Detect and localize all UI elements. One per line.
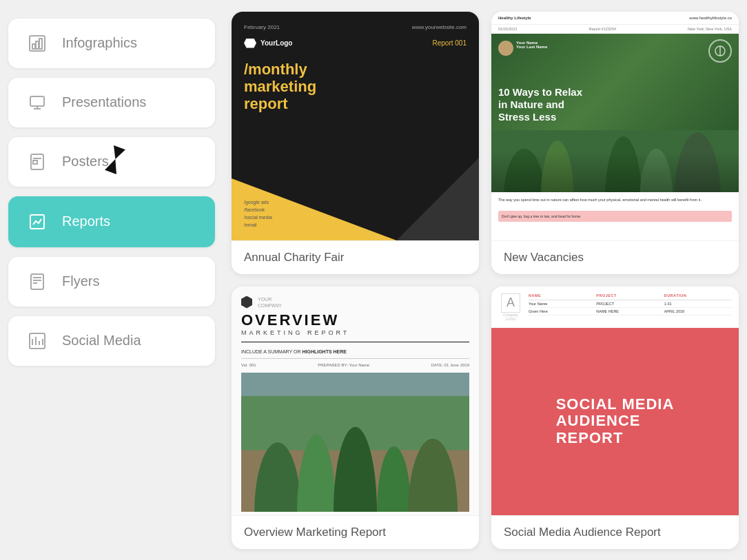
card-overview-marketing[interactable]: YOURCOMPANY OVERVIEW MARKETING REPORT IN…: [232, 287, 479, 549]
card4-table-header: NAME PROJECT DURATION: [529, 293, 732, 300]
card1-inner: February 2021 www.yourwebsite.com YourLo…: [232, 12, 479, 240]
card2-circle-logo: [708, 39, 732, 63]
svg-point-23: [575, 145, 605, 192]
card4-top: A Company LOGO NAME PROJECT DURATION: [491, 287, 739, 328]
card2-preview: Healthy Lifestyle www.healthylifestyle.c…: [491, 12, 739, 240]
card4-inner: A Company LOGO NAME PROJECT DURATION: [491, 287, 739, 515]
main-grid: February 2021 www.yourwebsite.com YourLo…: [232, 12, 739, 549]
card1-channel-list: /google ads /facebook /social media /ema…: [244, 198, 272, 229]
sidebar-item-reports[interactable]: Reports: [8, 196, 215, 247]
card2-green-hero: Your Name Your Last Name 10 Ways to Rela…: [491, 34, 739, 130]
svg-rect-1: [32, 44, 35, 49]
card1-preview: February 2021 www.yourwebsite.com YourLo…: [232, 12, 479, 240]
table-row: Given Here NAME HERE APRIL 2018: [529, 308, 732, 315]
card2-avatar: [498, 41, 513, 56]
flyers-icon: [25, 269, 50, 294]
sidebar: Infographics Presentations P: [8, 12, 215, 549]
card4-pink-section: SOCIAL MEDIA AUDIENCE REPORT: [491, 328, 739, 515]
card2-date: 01/01/2021: [498, 27, 518, 31]
card3-preview: YOURCOMPANY OVERVIEW MARKETING REPORT IN…: [232, 287, 479, 515]
card2-inner: Healthy Lifestyle www.healthylifestyle.c…: [491, 12, 739, 240]
card3-hex-logo: [241, 296, 252, 309]
sidebar-item-label: Presentations: [62, 94, 146, 110]
card3-logo-row: YOURCOMPANY: [241, 296, 469, 309]
card1-date: February 2021: [244, 24, 280, 30]
sidebar-item-social-media[interactable]: Social Media: [8, 316, 215, 366]
card1-label: Annual Charity Fair: [232, 240, 479, 274]
card1-logo-icon: [244, 39, 256, 48]
reports-icon: [25, 209, 50, 234]
card2-name-block: Your Name Your Last Name: [516, 41, 547, 49]
card2-website: www.healthylifestyle.co: [689, 16, 732, 20]
card3-inner: YOURCOMPANY OVERVIEW MARKETING REPORT IN…: [232, 287, 479, 515]
sidebar-item-flyers[interactable]: Flyers: [8, 257, 215, 307]
card1-logo-text: YourLogo: [260, 39, 292, 47]
card1-meta: February 2021 www.yourwebsite.com: [244, 24, 467, 30]
card-social-media-audience[interactable]: A Company LOGO NAME PROJECT DURATION: [491, 287, 739, 549]
card2-forest-img: [491, 130, 739, 192]
card4-logo-sub: Company LOGO: [503, 313, 518, 321]
sidebar-item-label: Infographics: [62, 35, 137, 51]
card3-label: Overview Marketing Report: [232, 515, 479, 549]
presentations-icon: [25, 90, 50, 115]
sidebar-item-label: Social Media: [62, 333, 141, 349]
card3-meta-row: Vol. 001 PREPARED BY: Your Name DATE: 01…: [241, 363, 469, 367]
card1-logo-row: YourLogo Report 001: [244, 39, 467, 48]
app-container: Infographics Presentations P: [8, 12, 739, 549]
sidebar-item-presentations[interactable]: Presentations: [8, 78, 215, 127]
svg-rect-2: [36, 41, 39, 49]
table-row: Your Name PROJECT 1-31: [529, 300, 732, 308]
card3-divider: [241, 342, 469, 342]
card3-overview-title: OVERVIEW: [241, 311, 469, 329]
infographics-icon: [25, 31, 50, 56]
card4-logo-letter: A: [501, 293, 520, 313]
card1-title: /monthly marketing report: [244, 61, 467, 113]
card3-forest-photo: [241, 373, 469, 512]
svg-marker-17: [396, 158, 479, 240]
card4-label: Social Media Audience Report: [491, 515, 739, 549]
svg-rect-34: [241, 373, 469, 396]
posters-icon: [25, 149, 50, 174]
sidebar-item-infographics[interactable]: Infographics: [8, 19, 215, 68]
card4-logo-box: A Company LOGO: [498, 293, 523, 321]
card3-highlight-row: INCLUDE A SUMMARY OR HIGHLIGHTS HERE: [241, 345, 469, 359]
card3-prepared-by: PREPARED BY: Your Name: [318, 363, 369, 367]
card2-pink-box: Don't give up, hug a tree or two, and he…: [498, 211, 732, 222]
card3-date: DATE: 01 June 2019: [431, 363, 469, 367]
card2-sub-header: 01/01/2021 Report #123254 New York, New …: [491, 25, 739, 34]
card4-table: NAME PROJECT DURATION Your Name PROJECT …: [529, 293, 732, 321]
svg-rect-11: [31, 274, 43, 289]
card2-label: New Vacancies: [491, 240, 739, 274]
svg-rect-9: [33, 160, 37, 164]
svg-point-25: [639, 149, 673, 192]
card2-hero-title: 10 Ways to Relaxin Nature andStress Less: [498, 86, 582, 123]
card4-pink-title: SOCIAL MEDIA AUDIENCE REPORT: [556, 396, 675, 446]
card2-location: New York, New York, USA: [688, 27, 732, 31]
sidebar-item-label: Reports: [62, 214, 110, 229]
card2-header: Healthy Lifestyle www.healthylifestyle.c…: [491, 12, 739, 25]
card3-subtitle: MARKETING REPORT: [241, 329, 469, 336]
card2-report-num: Report #123254: [589, 27, 616, 31]
card-new-vacancies[interactable]: Healthy Lifestyle www.healthylifestyle.c…: [491, 12, 739, 274]
card3-company-text: YOURCOMPANY: [258, 296, 282, 309]
card4-preview: A Company LOGO NAME PROJECT DURATION: [491, 287, 739, 515]
svg-rect-4: [30, 96, 44, 106]
svg-rect-3: [39, 39, 42, 49]
svg-point-21: [504, 149, 545, 192]
card3-vol: Vol. 001: [241, 363, 256, 367]
card-annual-charity-fair[interactable]: February 2021 www.yourwebsite.com YourLo…: [232, 12, 479, 274]
sidebar-item-label: Flyers: [62, 273, 99, 289]
card1-website: www.yourwebsite.com: [412, 24, 467, 30]
card2-brand: Healthy Lifestyle: [498, 16, 531, 20]
card2-body-text: The way you spend time out in nature can…: [491, 192, 739, 209]
card1-report-label: Report 001: [433, 39, 467, 47]
sidebar-item-label: Posters: [62, 154, 109, 169]
social-media-icon: [25, 329, 50, 353]
